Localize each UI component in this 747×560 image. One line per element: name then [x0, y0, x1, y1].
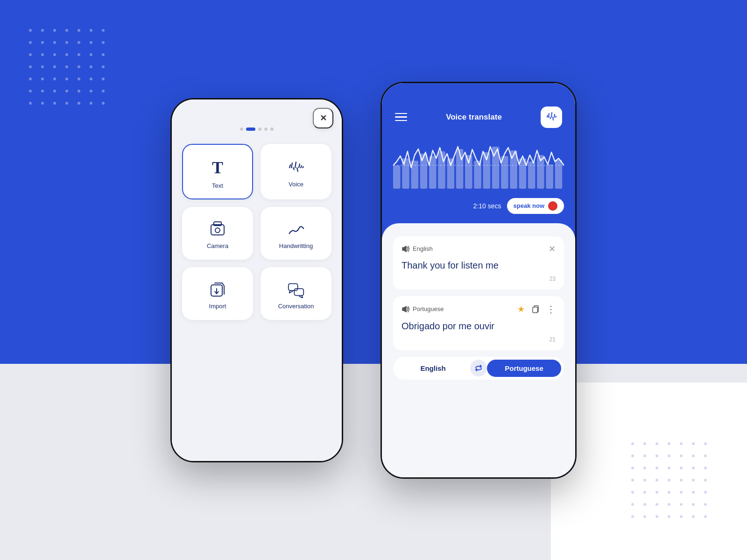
source-close-button[interactable]: ✕ — [549, 244, 556, 254]
menu-item-camera[interactable]: Camera — [182, 207, 253, 260]
svg-point-14 — [29, 53, 32, 56]
menu-label-camera: Camera — [207, 242, 228, 249]
swap-icon — [474, 364, 483, 372]
phone-2: Voice translate — [381, 82, 577, 479]
svg-line-103 — [299, 164, 300, 168]
svg-point-24 — [65, 65, 68, 68]
waveform-svg — [393, 142, 564, 189]
hamburger-button[interactable] — [395, 113, 407, 121]
svg-point-8 — [41, 41, 44, 44]
svg-point-9 — [53, 41, 56, 44]
svg-point-74 — [680, 479, 683, 482]
svg-point-37 — [53, 90, 56, 92]
target-count: 21 — [402, 336, 556, 343]
svg-point-43 — [41, 102, 44, 105]
source-lang-button[interactable]: English — [396, 360, 470, 377]
camera-icon — [209, 221, 226, 238]
svg-point-65 — [655, 467, 658, 469]
svg-point-108 — [215, 228, 220, 233]
dot-2 — [246, 128, 255, 131]
svg-line-113 — [547, 115, 548, 117]
svg-point-54 — [692, 442, 695, 445]
source-translation-block: English ✕ Thank you for listen me 23 — [393, 236, 564, 290]
svg-rect-125 — [438, 151, 445, 189]
svg-point-84 — [631, 503, 634, 506]
svg-point-53 — [680, 442, 683, 445]
svg-point-81 — [680, 491, 683, 494]
phone2-header: Voice translate — [382, 83, 575, 137]
mic-button[interactable] — [541, 106, 562, 128]
svg-point-60 — [680, 454, 683, 457]
svg-point-26 — [90, 65, 92, 68]
svg-point-4 — [78, 29, 80, 32]
svg-point-41 — [102, 90, 105, 92]
svg-point-34 — [102, 78, 105, 80]
source-header: English ✕ — [402, 244, 556, 254]
svg-point-27 — [102, 65, 105, 68]
dot-grid-br — [628, 439, 721, 534]
close-button[interactable]: ✕ — [313, 108, 333, 128]
conversation-icon — [288, 281, 304, 298]
svg-point-87 — [668, 503, 670, 506]
dot-3 — [258, 128, 261, 131]
speak-now-button[interactable]: speak now — [507, 198, 564, 214]
target-lang-button[interactable]: Portuguese — [487, 360, 561, 377]
menu-item-handwriting[interactable]: Handwritting — [261, 207, 331, 260]
svg-rect-106 — [211, 225, 224, 235]
voice-icon — [288, 159, 304, 176]
svg-point-33 — [90, 78, 92, 80]
menu-item-import[interactable]: Import — [182, 267, 253, 320]
svg-point-42 — [29, 102, 32, 105]
svg-point-75 — [692, 479, 695, 482]
copy-button[interactable] — [531, 305, 540, 313]
svg-point-64 — [643, 467, 646, 469]
svg-point-77 — [631, 491, 634, 494]
more-options-button[interactable]: ⋮ — [546, 304, 556, 315]
svg-point-3 — [65, 29, 68, 32]
source-language: English — [402, 245, 433, 252]
svg-point-32 — [78, 78, 80, 80]
svg-point-7 — [29, 41, 32, 44]
svg-point-97 — [704, 515, 707, 518]
svg-point-88 — [680, 503, 683, 506]
source-count: 23 — [402, 276, 556, 282]
menu-item-voice[interactable]: Voice — [261, 144, 331, 199]
phone-1: ✕ T Text — [170, 98, 343, 462]
waveform-area — [382, 137, 575, 198]
svg-point-63 — [631, 467, 634, 469]
svg-point-50 — [643, 442, 646, 445]
svg-point-68 — [692, 467, 695, 469]
svg-point-30 — [53, 78, 56, 80]
svg-point-11 — [78, 41, 80, 44]
svg-line-116 — [551, 113, 552, 117]
speak-now-text: speak now — [514, 202, 544, 209]
favorite-button[interactable]: ★ — [517, 304, 525, 314]
content-card: English ✕ Thank you for listen me 23 — [382, 223, 575, 477]
svg-point-67 — [680, 467, 683, 469]
svg-point-76 — [704, 479, 707, 482]
target-text: Obrigado por me ouvir — [402, 319, 556, 333]
timer-row: 2:10 secs speak now — [382, 198, 575, 223]
svg-point-45 — [65, 102, 68, 105]
target-language: Portuguese — [402, 305, 444, 312]
svg-point-29 — [41, 78, 44, 80]
svg-point-93 — [655, 515, 658, 518]
swap-languages-button[interactable] — [470, 360, 487, 376]
target-lang-text: Portuguese — [413, 305, 444, 312]
dot-4 — [264, 128, 268, 131]
svg-line-117 — [553, 117, 553, 120]
svg-line-99 — [291, 163, 292, 168]
import-icon — [209, 281, 226, 298]
svg-point-96 — [692, 515, 695, 518]
svg-point-78 — [643, 491, 646, 494]
menu-item-text[interactable]: T Text — [182, 144, 253, 199]
svg-point-85 — [643, 503, 646, 506]
menu-item-conversation[interactable]: Conversation — [261, 267, 331, 320]
svg-rect-120 — [393, 165, 400, 189]
svg-point-52 — [668, 442, 670, 445]
dot-5 — [270, 128, 274, 131]
svg-point-44 — [53, 102, 56, 105]
svg-rect-126 — [447, 158, 454, 189]
svg-point-69 — [704, 467, 707, 469]
svg-point-95 — [680, 515, 683, 518]
